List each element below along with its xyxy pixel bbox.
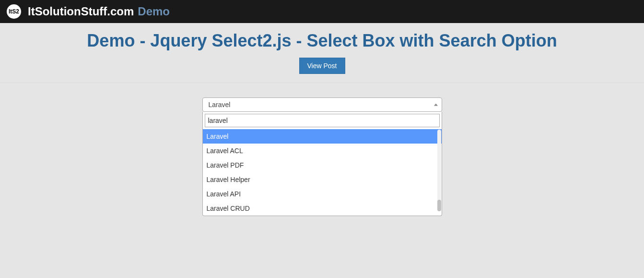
- select2-selected-text: Laravel: [209, 101, 231, 109]
- logo-text: ItS2: [9, 8, 19, 15]
- select2-option[interactable]: Laravel ACL: [203, 144, 442, 158]
- select2-search-wrap: [203, 112, 442, 129]
- chevron-up-icon: [434, 104, 438, 106]
- navbar-demo-label: Demo: [138, 5, 170, 18]
- navbar-brand[interactable]: ItSolutionStuff.com: [28, 5, 134, 18]
- select2-option[interactable]: Laravel Helper: [203, 172, 442, 187]
- navbar: ItS2 ItSolutionStuff.com Demo: [0, 0, 644, 23]
- select2-results: Laravel Laravel ACL Laravel PDF Laravel …: [203, 129, 442, 216]
- select2-option[interactable]: Laravel API: [203, 187, 442, 201]
- site-logo[interactable]: ItS2: [7, 4, 21, 19]
- select2-option[interactable]: Laravel: [203, 129, 442, 144]
- select2-option[interactable]: Laravel CRUD: [203, 201, 442, 216]
- select2-option[interactable]: Laravel PDF: [203, 158, 442, 172]
- select2-search-input[interactable]: [205, 114, 440, 127]
- select2-container: Laravel Laravel Laravel ACL Laravel PDF …: [202, 97, 442, 216]
- view-post-button[interactable]: View Post: [299, 58, 345, 74]
- page-title: Demo - Jquery Select2.js - Select Box wi…: [0, 31, 644, 51]
- view-post-wrap: View Post: [0, 58, 644, 83]
- select2-selection[interactable]: Laravel: [202, 97, 442, 112]
- scrollbar-thumb[interactable]: [437, 200, 441, 211]
- scrollbar[interactable]: [437, 130, 441, 211]
- select2-dropdown: Laravel Laravel ACL Laravel PDF Laravel …: [202, 112, 442, 216]
